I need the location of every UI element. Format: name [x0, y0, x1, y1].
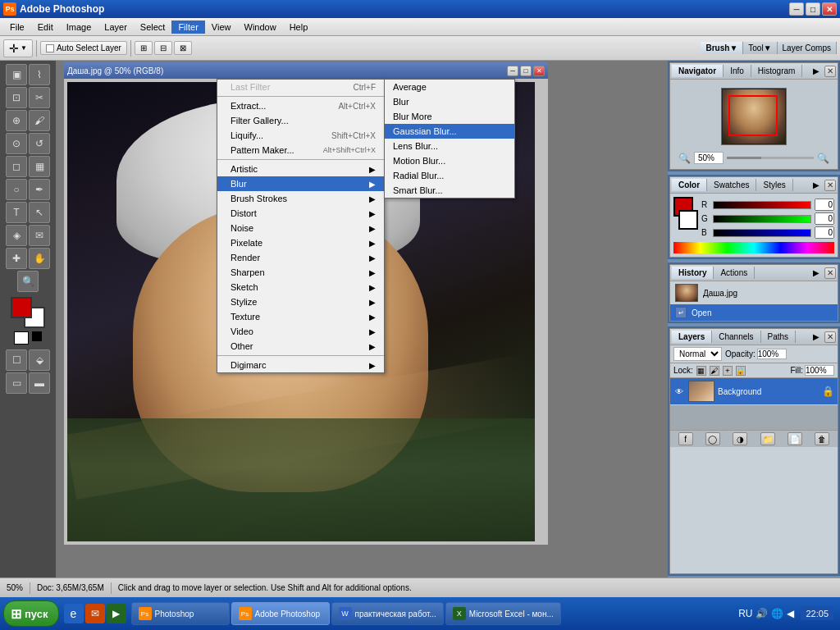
filter-pixelate[interactable]: Pixelate ▶	[217, 235, 384, 250]
filter-gallery[interactable]: Filter Gallery...	[217, 113, 384, 128]
menu-window[interactable]: Window	[238, 21, 283, 34]
red-value[interactable]	[815, 199, 834, 211]
zoom-tool[interactable]: 🔍	[17, 271, 39, 292]
mail-icon[interactable]: ✉	[85, 604, 105, 623]
filter-digimarc[interactable]: Digimarc ▶	[217, 358, 384, 372]
green-track[interactable]	[713, 215, 811, 223]
gradient-tool[interactable]: ▦	[29, 156, 50, 177]
add-mask-btn[interactable]: ◯	[705, 432, 720, 445]
menu-layer[interactable]: Layer	[98, 21, 134, 34]
align-btn-1[interactable]: ⊞	[135, 41, 153, 55]
add-style-btn[interactable]: f	[678, 432, 693, 445]
clone-tool[interactable]: ⊙	[6, 133, 27, 154]
clock[interactable]: 22:05	[801, 607, 833, 620]
crop-tool[interactable]: ⊡	[6, 87, 27, 108]
standard-screen-btn[interactable]: ▭	[6, 372, 27, 394]
filter-noise[interactable]: Noise ▶	[217, 221, 384, 235]
tab-styles[interactable]: Styles	[756, 179, 792, 191]
brush-tool[interactable]: 🖌	[29, 110, 50, 131]
new-group-btn[interactable]: 📁	[760, 432, 775, 445]
switch-colors-icon[interactable]	[32, 331, 42, 341]
minimize-button[interactable]: ─	[789, 2, 804, 16]
ie-icon[interactable]: e	[64, 604, 84, 623]
tab-navigator[interactable]: Navigator	[672, 65, 724, 77]
filter-liquify[interactable]: Liquify... Shift+Ctrl+X	[217, 128, 384, 143]
selection-tool[interactable]: ▣	[6, 64, 27, 85]
lock-image-btn[interactable]: 🖌	[710, 366, 719, 376]
layer-comps-tab[interactable]: Layer Comps	[778, 42, 837, 54]
eraser-tool[interactable]: ◻	[6, 156, 27, 177]
filter-extract[interactable]: Extract... Alt+Ctrl+X	[217, 98, 384, 113]
zoom-slider[interactable]	[727, 157, 814, 159]
layer-visibility-eye[interactable]: 👁	[673, 386, 685, 397]
taskbar-item-excel[interactable]: X Microsoft Excel - мон...	[445, 602, 561, 625]
filter-other[interactable]: Other ▶	[217, 339, 384, 354]
delete-layer-btn[interactable]: 🗑	[815, 432, 829, 445]
taskbar-item-practical[interactable]: W практическая работ...	[331, 602, 444, 625]
network-icon[interactable]: 🌐	[771, 608, 783, 619]
history-brush-tool[interactable]: ↺	[29, 133, 50, 154]
filter-pattern-maker[interactable]: Pattern Maker... Alt+Shift+Ctrl+X	[217, 143, 384, 158]
tab-color[interactable]: Color	[672, 179, 707, 191]
menu-filter[interactable]: Filter	[171, 21, 204, 34]
blur-blur[interactable]: Blur	[385, 94, 514, 109]
tab-actions[interactable]: Actions	[714, 267, 755, 279]
heal-tool[interactable]: ⊕	[6, 110, 27, 131]
reset-colors-icon[interactable]	[14, 331, 29, 345]
history-panel-arrow[interactable]: ▶	[810, 268, 823, 277]
history-item-dashjpg[interactable]: Даша.jpg	[670, 281, 838, 304]
filter-render[interactable]: Render ▶	[217, 250, 384, 265]
layer-item-background[interactable]: 👁 Background 🔒	[670, 378, 838, 405]
align-btn-2[interactable]: ⊟	[154, 41, 172, 55]
doc-close-btn[interactable]: ✕	[533, 66, 545, 76]
pen-tool[interactable]: ✒	[29, 179, 50, 200]
red-track[interactable]	[713, 201, 811, 209]
color-panel-arrow[interactable]: ▶	[810, 180, 823, 189]
filter-texture[interactable]: Texture ▶	[217, 309, 384, 324]
blur-lens[interactable]: Lens Blur...	[385, 139, 514, 153]
navigator-panel-arrow[interactable]: ▶	[810, 66, 823, 75]
lasso-tool[interactable]: ⌇	[29, 64, 50, 85]
doc-maximize-btn[interactable]: □	[520, 66, 532, 76]
layers-panel-arrow[interactable]: ▶	[810, 332, 823, 341]
menu-image[interactable]: Image	[60, 21, 98, 34]
filter-artistic[interactable]: Artistic ▶	[217, 162, 384, 176]
zoom-in-icon[interactable]: 🔍	[817, 153, 829, 164]
menu-help[interactable]: Help	[283, 21, 315, 34]
taskbar-item-photoshop[interactable]: Ps Photoshop	[131, 602, 230, 625]
doc-minimize-btn[interactable]: ─	[507, 66, 518, 76]
filter-last-filter[interactable]: Last Filter Ctrl+F	[217, 80, 384, 94]
blur-smart[interactable]: Smart Blur...	[385, 183, 514, 198]
tab-channels[interactable]: Channels	[712, 331, 760, 343]
tool-tab[interactable]: Tool▼	[743, 42, 777, 54]
eyedropper-tool[interactable]: ✚	[6, 248, 27, 269]
arrow-icon[interactable]: ◀	[787, 608, 794, 619]
taskbar-item-adobe-photoshop[interactable]: Ps Adobe Photoshop	[231, 602, 330, 625]
new-layer-btn[interactable]: 📄	[788, 432, 802, 445]
lock-transparent-btn[interactable]: ▦	[696, 366, 706, 376]
blur-more[interactable]: Blur More	[385, 109, 514, 124]
zoom-out-icon[interactable]: 🔍	[678, 153, 691, 164]
media-icon[interactable]: ▶	[107, 604, 126, 623]
shape-tool[interactable]: ◈	[6, 225, 27, 246]
layers-panel-close[interactable]: ✕	[824, 331, 836, 343]
notes-tool[interactable]: ✉	[29, 225, 50, 246]
menu-select[interactable]: Select	[134, 21, 172, 34]
blue-track[interactable]	[713, 229, 811, 237]
filter-brush-strokes[interactable]: Brush Strokes ▶	[217, 191, 384, 206]
tab-paths[interactable]: Paths	[761, 331, 797, 343]
lock-position-btn[interactable]: +	[723, 366, 733, 376]
blur-motion[interactable]: Motion Blur...	[385, 153, 514, 168]
history-panel-close[interactable]: ✕	[824, 267, 836, 279]
auto-select-checkbox[interactable]: Auto Select Layer	[40, 41, 127, 55]
lang-icon[interactable]: RU	[738, 608, 752, 619]
brushes-tab[interactable]: Brush▼	[701, 42, 743, 54]
blur-average[interactable]: Average	[385, 80, 514, 94]
foreground-color-swatch[interactable]	[11, 297, 32, 318]
menu-file[interactable]: File	[3, 21, 31, 34]
type-tool[interactable]: T	[6, 202, 27, 223]
tab-info[interactable]: Info	[724, 65, 751, 77]
close-button[interactable]: ✕	[822, 2, 837, 16]
fill-input[interactable]	[805, 365, 834, 376]
blur-gaussian[interactable]: Gaussian Blur...	[385, 124, 514, 139]
